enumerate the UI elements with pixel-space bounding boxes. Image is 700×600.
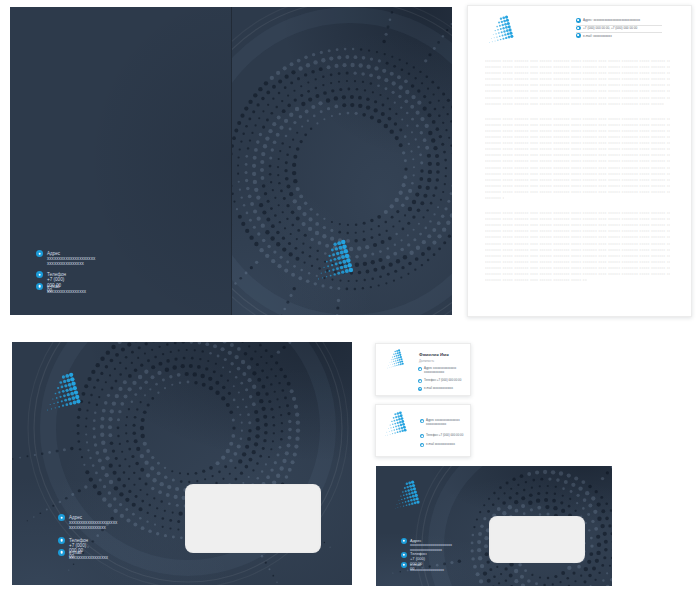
business-card-front: Фамилия Имя Должность Адрес xxxxxxxxxxxx… (375, 343, 471, 396)
phone-icon (418, 379, 422, 383)
cardholder-name: Фамилия Имя (419, 352, 449, 357)
placeholder-line: xxxxxxxx xxxxx xxxxxxx xxxx xxxxxx xxxxx… (485, 259, 670, 265)
email-text: e-mail xxxxxxxxxxxxxxxxx (69, 550, 108, 561)
mail-icon (418, 387, 422, 391)
dotted-pyramid-logo (387, 349, 409, 369)
phone-icon (401, 552, 407, 558)
letterhead-mockup: Адрес: xxxxxxxxxxxxxxxxxxxxxxxxxxxxxx +7… (467, 5, 692, 317)
email-text: e-mail xxxxxxxxxxxxxx (424, 387, 453, 391)
contact-row-email: e-mail: xxxxxxxxxxxx (576, 33, 662, 40)
placeholder-line: xxxxxxxx xxxxx xxxxxxx xxxx xxxxxx xxxxx… (485, 241, 670, 247)
address-line1: Адрес xxxxxxxxxxxxxxxxxxxxx (47, 251, 95, 261)
placeholder-paragraph: xxxxxxxx xxxxx xxxxxxx xxxx xxxxxx xxxxx… (485, 116, 670, 201)
placeholder-line: xxxxxxxx xxxxx xxxxxxx xxxx xxxxxx xxxxx… (485, 158, 670, 164)
folder-mockup: Адрес xxxxxxxxxxxxxxxxxxxxx xxxxxxxxxxxx… (10, 7, 452, 315)
business-card-back: Адрес xxxxxxxxxxxxxxxxx xxxxxxxxxxxxxx Т… (375, 404, 471, 457)
address-text: Адрес xxxxxxxxxxxxxxxxx xxxxxxxxxxxxxx (426, 419, 460, 426)
envelope-small-mockup: Адрес xxxxxxxxxxxxxxxxxxxxx xxxxxxxxxxxx… (376, 466, 612, 586)
pin-icon (36, 250, 43, 257)
address-text: Адрес: xxxxxxxxxxxxxxxxxxxxxxxxxxxxxx (583, 18, 640, 22)
phone-text: Телефон +7 (000) 000 00 00 (424, 379, 461, 383)
placeholder-line: xxxxxxxx xxxxx xxxxxxx xxxx xxxxxx xxxxx… (485, 177, 670, 183)
mail-icon (401, 562, 407, 568)
address-window (185, 484, 321, 553)
address-line2: xxxxxxxxxxxxxxxx (47, 261, 84, 266)
folder-right-panel (232, 7, 452, 315)
phone-icon (576, 26, 581, 31)
dotted-pyramid-logo (395, 480, 427, 510)
placeholder-line: xxxxxxxx xxxxx xxxxxxx xxxx xxxxxx xxxxx… (485, 277, 587, 283)
phone-icon (36, 271, 43, 278)
placeholder-paragraph: xxxxxxxx xxxxx xxxxxxx xxxx xxxxxx xxxxx… (485, 58, 670, 107)
envelope-large-mockup: Адрес xxxxxxxxxxxxxxxxxxxxx xxxxxxxxxxxx… (12, 342, 352, 585)
address-line1: Адрес xxxxxxxxxxxxxxxxxxxxx (410, 538, 452, 548)
placeholder-line: xxxxxxxx xxxxx xxxxxxx xxxx xxxxxx xxxxx… (485, 88, 670, 94)
pin-icon (401, 538, 407, 544)
pin-icon (420, 419, 424, 423)
dotted-pyramid-logo (489, 15, 521, 44)
phones-text: +7 (000) 000 00 00, +7 (000) 000 00 00 (583, 26, 637, 30)
email-text: e-mail xxxxxxxxxxxxxx (426, 443, 455, 447)
placeholder-line: xxxxxxxx xxxxx xxxxxxx xxxx xxxxxx xxxxx… (485, 189, 670, 195)
placeholder-line: xxxxxxxx xxxxx xxxxxxx xxxx xxxxxx xxxxx… (485, 183, 670, 189)
placeholder-line: xxxxxxxx xxxxx xxxxxxx xxxx xxxxxx xxxxx… (485, 171, 670, 177)
envelope-contact-block: Адрес xxxxxxxxxxxxxxxxxxxxx xxxxxxxxxxxx… (58, 514, 198, 564)
placeholder-paragraph: xxxxxxxx xxxxx xxxxxxx xxxx xxxxxx xxxxx… (485, 210, 670, 283)
envelope-contact-block: Адрес xxxxxxxxxxxxxxxxxxxxx xxxxxxxxxxxx… (401, 538, 511, 578)
placeholder-line: xxxxxxxx xxxxx xxxxxxx xxxx xxxxxx xxxxx… (485, 95, 670, 101)
pin-icon (418, 367, 422, 371)
mail-icon (36, 283, 43, 290)
phone-icon (58, 537, 65, 544)
phone-text: Телефон +7 (000) 000 00 00 (426, 434, 463, 438)
placeholder-line: xxxxxxxx xxxxx xxxxxxx xxxx xxxxxx xxxxx… (485, 234, 670, 240)
mail-icon (420, 443, 424, 447)
pin-icon (58, 514, 65, 521)
placeholder-line: xxxxxxxx xxxxx xxxxxxx xxxx xxxxxx xxxxx… (485, 101, 664, 107)
letterhead-body: xxxxxxxx xxxxx xxxxxxx xxxx xxxxxx xxxxx… (485, 58, 670, 304)
placeholder-line: xxxxxxxx xxxxx xxxxxxx xxxx xxxxxx xxxxx… (485, 116, 670, 122)
placeholder-line: xxxxxxxx xxxxx xxxxxxx xxxx xxxxxx xxxxx… (485, 247, 670, 253)
placeholder-line: xxxxxxxx xxxxx xxxxxxx xxxx xxxxxx xxxxx… (485, 195, 504, 201)
folder-left-panel: Адрес xxxxxxxxxxxxxxxxxxxxx xxxxxxxxxxxx… (10, 7, 232, 315)
email-text: e-mail xxxxxxxxxxxxxxxxx (410, 563, 444, 573)
pin-icon (576, 18, 581, 23)
folder-contact-block: Адрес xxxxxxxxxxxxxxxxxxxxx xxxxxxxxxxxx… (36, 250, 196, 300)
address-line2: xxxxxxxxxxxxxxxx (69, 525, 106, 530)
dotted-pyramid-logo (318, 239, 364, 281)
dotted-pyramid-logo (385, 411, 413, 437)
mail-icon (576, 33, 581, 38)
phone-icon (420, 434, 424, 438)
mail-icon (58, 549, 65, 556)
address-text: Адрес xxxxxxxxxxxxxxxx xxxxxxxxxxxxxx (424, 367, 456, 374)
cardholder-position: Должность (419, 359, 434, 363)
address-line1: Адрес xxxxxxxxxxxxxxxxxxxxx (69, 515, 117, 525)
letterhead-contact-block: Адрес: xxxxxxxxxxxxxxxxxxxxxxxxxxxxxx +7… (576, 18, 666, 44)
dotted-pyramid-logo (47, 372, 91, 412)
placeholder-line: xxxxxxxx xxxxx xxxxxxx xxxx xxxxxx xxxxx… (485, 253, 670, 259)
placeholder-line: xxxxxxxx xxxxx xxxxxxx xxxx xxxxxx xxxxx… (485, 165, 670, 171)
email-text: e-mail: xxxxxxxxxxxx (583, 34, 612, 38)
email-text: e-mail xxxxxxxxxxxxxxxxx (47, 284, 86, 295)
